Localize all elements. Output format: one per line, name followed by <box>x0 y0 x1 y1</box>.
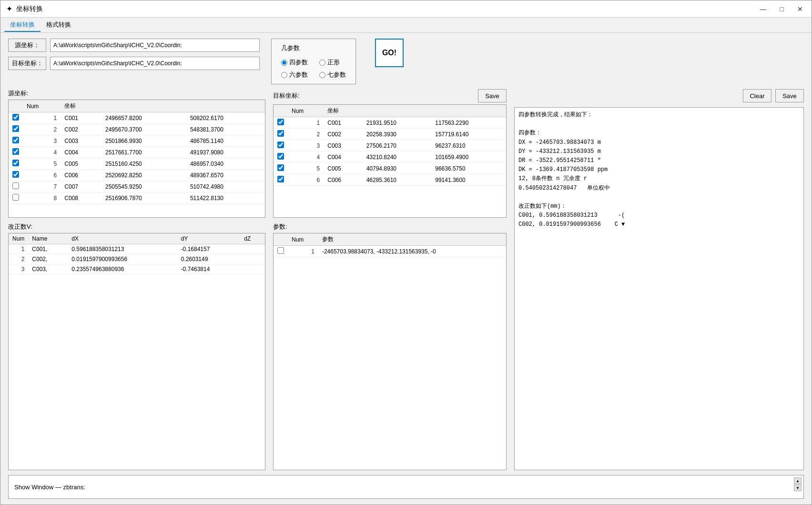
row-num: 3 <box>23 135 61 147</box>
row-check[interactable] <box>9 147 23 158</box>
row-check[interactable] <box>9 124 23 135</box>
target-save-button[interactable]: Save <box>478 89 507 102</box>
table-row: 5 C005 2515160.4250 486957.0340 <box>9 158 265 170</box>
row-name: C003, <box>28 264 68 274</box>
params-title: 几参数 <box>281 44 346 52</box>
corr-col-dx: dX <box>68 233 177 244</box>
radio-four-params[interactable]: 四参数 <box>281 58 308 67</box>
row-check[interactable] <box>9 112 23 124</box>
menu-item-format[interactable]: 格式转换 <box>41 19 77 32</box>
row-num: 1 <box>23 112 61 124</box>
table-row: 1 -2465703.98834073, -433212.131563935, … <box>274 246 506 257</box>
source-coords-panel: 源坐标: Num 坐标 <box>8 89 265 218</box>
table-row: 1 C001 2496657.8200 508202.6170 <box>9 112 265 124</box>
row-check[interactable] <box>9 170 23 181</box>
col-y <box>186 100 265 112</box>
radio-six-params-input[interactable] <box>281 72 287 78</box>
go-button[interactable]: GO! <box>375 39 404 67</box>
row-x: 40794.8930 <box>363 163 432 174</box>
row-y: 511422.8130 <box>186 192 265 204</box>
row-check[interactable] <box>9 192 23 204</box>
row-y: 99141.3600 <box>431 174 506 186</box>
row-check[interactable] <box>274 117 288 129</box>
row-x: 27506.2170 <box>363 140 432 152</box>
clear-button[interactable]: Clear <box>743 89 771 102</box>
row-y: 157719.6140 <box>431 129 506 140</box>
close-button[interactable]: ✕ <box>794 4 806 14</box>
row-num: 2 <box>23 124 61 135</box>
t-col-x <box>363 105 432 117</box>
status-scroll-arrows: ▲ ▼ <box>794 477 802 491</box>
row-x: 2516906.7870 <box>102 192 186 204</box>
right-buttons: Clear Save <box>514 89 804 102</box>
source-coords-table-container[interactable]: Num 坐标 1 C001 2496657.8200 508202.6170 <box>8 100 265 218</box>
row-dy: -0.1684157 <box>177 244 241 254</box>
right-half: Clear Save 四参数转换完成，结果如下： 四参数： DX = -2465… <box>514 89 804 470</box>
col-coord: 坐标 <box>61 100 102 112</box>
status-scroll-up[interactable]: ▲ <box>794 477 802 484</box>
t-col-num: Num <box>288 105 324 117</box>
row-y: 489367.6570 <box>186 170 265 181</box>
table-row: 8 C008 2516906.7870 511422.8130 <box>9 192 265 204</box>
table-row: 1 C001 21931.9510 117563.2290 <box>274 117 506 129</box>
row-num: 6 <box>288 174 324 186</box>
source-file-button[interactable]: 源坐标： <box>8 39 46 52</box>
target-coords-header: 目标坐标: Save <box>273 89 507 102</box>
radio-seven-params-input[interactable] <box>319 72 325 78</box>
row-x: 46285.3610 <box>363 174 432 186</box>
radio-four-params-input[interactable] <box>281 60 287 66</box>
row-check[interactable] <box>274 174 288 186</box>
row-num: 8 <box>23 192 61 204</box>
row-num: 7 <box>23 181 61 192</box>
row-name: C008 <box>61 192 102 204</box>
row-name: C001 <box>324 117 362 129</box>
status-scroll-down[interactable]: ▼ <box>794 485 802 491</box>
result-save-button[interactable]: Save <box>775 89 804 102</box>
table-row: 2 C002 2495670.3700 548381.3700 <box>9 124 265 135</box>
window-controls: — □ ✕ <box>757 4 806 14</box>
row-check[interactable] <box>9 158 23 170</box>
row-name: C005 <box>61 158 102 170</box>
row-dz <box>240 244 265 254</box>
target-file-button[interactable]: 目标坐标： <box>8 57 46 70</box>
p-col-num: Num <box>288 233 318 246</box>
radio-normal-label: 正形 <box>327 58 340 67</box>
parameters-panel: 参数: Num 参数 1 <box>273 222 507 470</box>
result-box[interactable]: 四参数转换完成，结果如下： 四参数： DX = -2465703.9883407… <box>514 107 804 470</box>
radio-seven-params[interactable]: 七参数 <box>319 71 346 79</box>
row-check[interactable] <box>274 129 288 140</box>
title-bar: ✦ 坐标转换 — □ ✕ <box>0 0 812 18</box>
target-coords-table-container[interactable]: Num 坐标 1 C001 21931.9510 117563.2290 <box>273 104 507 218</box>
row-check[interactable] <box>9 135 23 147</box>
row-dy: -0.7463814 <box>177 264 241 274</box>
source-coords-label: 源坐标: <box>8 89 265 98</box>
radio-normal-input[interactable] <box>319 60 325 66</box>
maximize-button[interactable]: □ <box>777 4 787 14</box>
row-check[interactable] <box>274 246 288 257</box>
corrections-table-container[interactable]: Num Name dX dY dZ 1 C001, 0.596188358031… <box>8 233 265 470</box>
row-check[interactable] <box>274 140 288 152</box>
source-file-row: 源坐标： <box>8 39 260 52</box>
row-value: -2465703.98834073, -433212.131563935, -0 <box>318 246 506 257</box>
row-num: 3 <box>288 140 324 152</box>
corr-col-dy: dY <box>177 233 241 244</box>
row-name: C007 <box>61 181 102 192</box>
row-check[interactable] <box>9 181 23 192</box>
menu-item-coords[interactable]: 坐标转换 <box>4 19 41 32</box>
row-y: 508202.6170 <box>186 112 265 124</box>
corr-col-num: Num <box>9 233 28 244</box>
row-check[interactable] <box>274 163 288 174</box>
radio-normal[interactable]: 正形 <box>319 58 340 67</box>
table-row: 4 C004 43210.8240 101659.4900 <box>274 152 506 163</box>
source-file-input[interactable] <box>50 39 260 52</box>
target-file-input[interactable] <box>50 57 260 70</box>
row-dx: 0.235574963880936 <box>68 264 177 274</box>
row-check[interactable] <box>274 152 288 163</box>
content-area: 源坐标： 目标坐标： 几参数 四参数 正形 <box>0 33 812 505</box>
radio-six-params[interactable]: 六参数 <box>281 71 308 79</box>
params-box: 几参数 四参数 正形 六参数 <box>271 39 356 84</box>
table-row: 7 C007 2505545.9250 510742.4980 <box>9 181 265 192</box>
minimize-button[interactable]: — <box>757 4 770 14</box>
target-coords-label: 目标坐标: <box>273 91 300 100</box>
parameters-table-container[interactable]: Num 参数 1 -2465703.98834073, -433212.1315… <box>273 233 507 470</box>
